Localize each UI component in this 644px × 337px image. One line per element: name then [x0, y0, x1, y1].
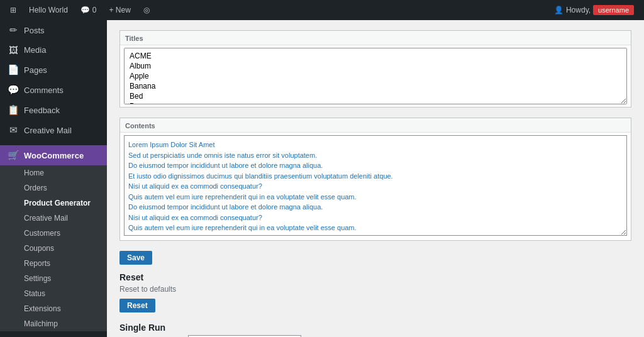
- title-option[interactable]: ACME: [127, 51, 624, 61]
- admin-bar: ⊞ Hello World 💬 0 + New ◎ 👤 Howdy, usern…: [0, 0, 644, 20]
- contents-textarea[interactable]: Lorem Ipsum Dolor Sit Amet Sed ut perspi…: [124, 135, 627, 236]
- reset-button[interactable]: Reset: [119, 299, 155, 312]
- admin-sidebar: ✏ Posts 🖼 Media 📄 Pages 💬 Comments 📋 Fee…: [0, 20, 107, 337]
- save-row: Save: [119, 251, 631, 265]
- single-run-section: Single Run Generate up to ... Run: [119, 323, 631, 337]
- submenu-orders[interactable]: Orders: [0, 180, 107, 196]
- media-icon: 🖼: [8, 45, 19, 55]
- contents-label: Contents: [120, 118, 631, 133]
- adminbar-howdy[interactable]: 👤 Howdy, username: [549, 5, 639, 15]
- submenu-mailchimp[interactable]: Mailchimp: [0, 316, 107, 331]
- feedback-icon: 📋: [8, 104, 19, 116]
- submenu-customers[interactable]: Customers: [0, 226, 107, 241]
- reset-title: Reset: [119, 272, 631, 282]
- sidebar-item-label: Creative Mail: [24, 126, 72, 135]
- title-option[interactable]: Banana: [127, 81, 624, 91]
- sidebar-item-label: Posts: [24, 26, 45, 35]
- compass-icon: ◎: [143, 6, 150, 14]
- title-option[interactable]: Album: [127, 61, 624, 71]
- adminbar-new[interactable]: + New: [104, 6, 136, 14]
- sidebar-item-creative-mail[interactable]: ✉ Creative Mail: [0, 120, 107, 140]
- submenu-product-generator[interactable]: Product Generator: [0, 196, 107, 211]
- sidebar-item-label: Media: [24, 45, 46, 55]
- sidebar-item-comments[interactable]: 💬 Comments: [0, 80, 107, 100]
- sidebar-item-woocommerce[interactable]: 🛒 WooCommerce: [0, 145, 107, 165]
- submenu-settings[interactable]: Settings: [0, 271, 107, 286]
- creative-mail-icon: ✉: [8, 124, 19, 136]
- title-option[interactable]: Bed: [127, 91, 624, 101]
- reset-section: Reset Reset to defaults Reset: [119, 272, 631, 312]
- username-badge: username: [593, 5, 634, 15]
- save-button[interactable]: Save: [119, 251, 152, 265]
- comment-icon: 💬: [80, 6, 90, 14]
- adminbar-wp-icon[interactable]: ⊞: [5, 6, 21, 14]
- titles-label: Titles: [120, 31, 631, 45]
- woocommerce-submenu: Home Orders Product Generator Creative M…: [0, 165, 107, 331]
- adminbar-comments[interactable]: 💬 0: [75, 6, 102, 14]
- pages-icon: 📄: [8, 64, 19, 75]
- title-option[interactable]: Beverage: [127, 101, 624, 104]
- adminbar-compass[interactable]: ◎: [138, 6, 155, 14]
- user-icon: 👤: [554, 6, 564, 14]
- submenu-status[interactable]: Status: [0, 286, 107, 301]
- submenu-coupons[interactable]: Coupons: [0, 241, 107, 256]
- titles-list[interactable]: ACME Album Apple Banana Bed Beverage Bik…: [124, 48, 627, 104]
- titles-section: Titles ACME Album Apple Banana Bed Bever…: [119, 30, 631, 108]
- title-option[interactable]: Apple: [127, 71, 624, 81]
- sidebar-item-label: Comments: [24, 86, 64, 95]
- reset-desc: Reset to defaults: [119, 285, 631, 294]
- woocommerce-icon: 🛒: [8, 150, 19, 161]
- comments-icon: 💬: [8, 84, 19, 96]
- adminbar-site-name[interactable]: Hello World: [24, 6, 73, 14]
- posts-icon: ✏: [8, 25, 19, 36]
- sidebar-item-feedback[interactable]: 📋 Feedback: [0, 100, 107, 120]
- sidebar-item-media[interactable]: 🖼 Media: [0, 40, 107, 60]
- submenu-creative-mail[interactable]: Creative Mail: [0, 211, 107, 226]
- single-run-title: Single Run: [119, 323, 631, 333]
- main-content: Titles ACME Album Apple Banana Bed Bever…: [107, 20, 644, 337]
- sidebar-item-posts[interactable]: ✏ Posts: [0, 20, 107, 40]
- submenu-extensions[interactable]: Extensions: [0, 301, 107, 316]
- sidebar-item-label: Pages: [24, 65, 47, 75]
- sidebar-item-pages[interactable]: 📄 Pages: [0, 60, 107, 80]
- submenu-home[interactable]: Home: [0, 165, 107, 180]
- woocommerce-label: WooCommerce: [24, 151, 84, 160]
- contents-section: Contents Lorem Ipsum Dolor Sit Amet Sed …: [119, 118, 631, 241]
- sidebar-item-label: Feedback: [24, 106, 60, 115]
- submenu-reports[interactable]: Reports: [0, 256, 107, 271]
- wp-logo-icon: ⊞: [10, 6, 16, 14]
